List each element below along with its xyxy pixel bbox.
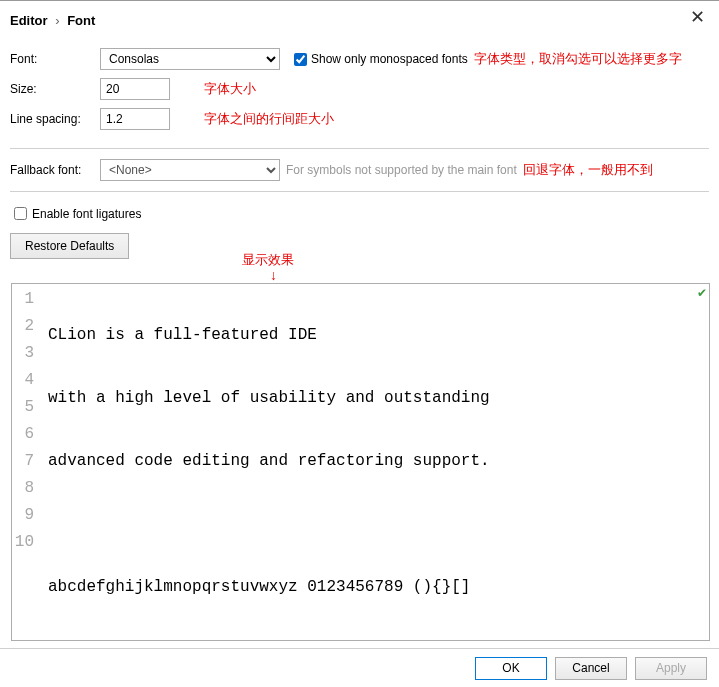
line-number: 9	[12, 502, 38, 529]
fallback-select[interactable]: <None>	[100, 159, 280, 181]
line-number: 8	[12, 475, 38, 502]
line-number: 3	[12, 340, 38, 367]
ligatures-checkbox-input[interactable]	[14, 207, 27, 220]
line-number: 1	[12, 286, 38, 313]
code-line: with a high level of usability and outst…	[48, 385, 693, 412]
annotation-preview: 显示效果	[242, 251, 294, 269]
line-spacing-label: Line spacing:	[10, 112, 100, 126]
cancel-button[interactable]: Cancel	[555, 657, 627, 680]
code-line	[48, 511, 693, 538]
font-label: Font:	[10, 52, 100, 66]
code-line: advanced code editing and refactoring su…	[48, 448, 693, 475]
line-number: 2	[12, 313, 38, 340]
apply-button[interactable]: Apply	[635, 657, 707, 680]
restore-defaults-button[interactable]: Restore Defaults	[10, 233, 129, 259]
line-number: 10	[12, 529, 38, 556]
line-number: 4	[12, 367, 38, 394]
code-line: CLion is a full-featured IDE	[48, 322, 693, 349]
ligatures-label: Enable font ligatures	[32, 207, 141, 221]
font-settings-dialog: ✕ Editor › Font Font: Consolas Show only…	[0, 0, 719, 687]
font-select[interactable]: Consolas	[100, 48, 280, 70]
close-icon[interactable]: ✕	[690, 6, 705, 28]
line-number: 7	[12, 448, 38, 475]
fallback-row: Fallback font: <None> For symbols not su…	[10, 148, 709, 192]
line-spacing-input[interactable]	[100, 108, 170, 130]
chevron-right-icon: ›	[55, 13, 59, 28]
code-line: ABCDEFGHIJKLMNOPQRSTUVWXYZ +-*/= .,;:!? …	[48, 637, 693, 640]
check-icon: ✔	[697, 286, 707, 300]
dialog-buttons: OK Cancel Apply	[0, 648, 719, 687]
font-row: Font: Consolas Show only monospaced font…	[10, 44, 709, 74]
monospaced-checkbox[interactable]: Show only monospaced fonts	[290, 50, 468, 69]
font-preview: ✔ 1 2 3 4 5 6 7 8 9 10 CLion is a full-f…	[11, 283, 710, 641]
monospaced-checkbox-input[interactable]	[294, 53, 307, 66]
annotation-font-type: 字体类型，取消勾选可以选择更多字	[474, 50, 682, 68]
size-input[interactable]	[100, 78, 170, 100]
breadcrumb-editor[interactable]: Editor	[10, 13, 48, 28]
size-row: Size: 字体大小	[10, 74, 709, 104]
line-number: 6	[12, 421, 38, 448]
annotation-size: 字体大小	[204, 80, 256, 98]
breadcrumb: Editor › Font	[0, 1, 719, 36]
monospaced-label: Show only monospaced fonts	[311, 52, 468, 66]
arrow-down-icon: ↓	[270, 267, 277, 283]
gutter: 1 2 3 4 5 6 7 8 9 10	[12, 284, 38, 640]
fallback-hint: For symbols not supported by the main fo…	[286, 163, 517, 177]
annotation-line-spacing: 字体之间的行间距大小	[204, 110, 334, 128]
ok-button[interactable]: OK	[475, 657, 547, 680]
line-number: 5	[12, 394, 38, 421]
ligatures-checkbox[interactable]: Enable font ligatures	[10, 204, 141, 223]
fallback-label: Fallback font:	[10, 163, 100, 177]
breadcrumb-font: Font	[67, 13, 95, 28]
annotation-fallback: 回退字体，一般用不到	[523, 161, 653, 179]
code-area[interactable]: CLion is a full-featured IDE with a high…	[48, 284, 693, 640]
line-spacing-row: Line spacing: 字体之间的行间距大小	[10, 104, 709, 134]
size-label: Size:	[10, 82, 100, 96]
ligature-row: Enable font ligatures	[10, 192, 709, 233]
settings-body: Font: Consolas Show only monospaced font…	[0, 36, 719, 259]
code-line: abcdefghijklmnopqrstuvwxyz 0123456789 ()…	[48, 574, 693, 601]
